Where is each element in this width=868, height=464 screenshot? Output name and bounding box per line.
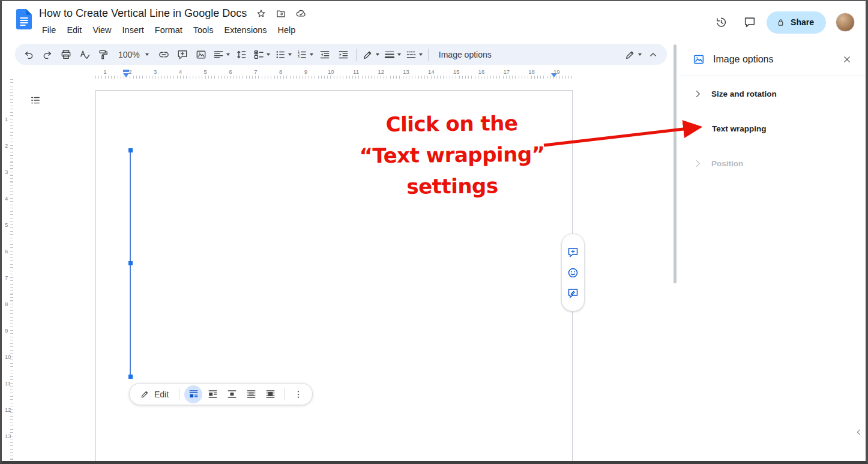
align-icon[interactable] [211, 46, 232, 63]
print-icon[interactable] [57, 46, 75, 63]
ruler-number: 7 [5, 274, 8, 281]
edit-label: Edit [154, 390, 169, 399]
menu-insert[interactable]: Insert [117, 23, 149, 37]
checklist-icon[interactable] [251, 46, 272, 63]
ruler-number: 5 [204, 68, 207, 75]
annotation-line-1: Click on the [334, 107, 568, 140]
ruler-number: 10 [5, 354, 11, 360]
line-spacing-icon[interactable] [232, 46, 250, 63]
cloud-saved-icon[interactable] [295, 8, 307, 19]
border-weight-icon[interactable] [382, 46, 403, 63]
selection-handle-bottom[interactable] [128, 375, 133, 379]
document-title[interactable]: How to Create Vertical Line in Google Do… [39, 7, 247, 20]
decrease-indent-icon[interactable] [316, 46, 334, 63]
image-options-button[interactable]: Image options [432, 46, 498, 63]
zoom-select[interactable]: 100% [113, 46, 154, 63]
menu-file[interactable]: File [37, 23, 61, 37]
menu-format[interactable]: Format [149, 23, 188, 37]
menu-extensions[interactable]: Extensions [219, 23, 273, 37]
annotation-line-3: settings [335, 169, 569, 202]
horizontal-ruler[interactable]: 12345678910111213141516171819 [95, 68, 573, 80]
insert-link-icon[interactable] [155, 46, 173, 63]
editing-mode-icon[interactable] [622, 46, 643, 63]
redo-icon[interactable] [38, 46, 56, 63]
edit-image-button[interactable]: Edit [134, 389, 174, 399]
add-comment-icon[interactable] [567, 246, 579, 259]
insert-image-icon[interactable] [192, 46, 210, 63]
add-comment-icon[interactable] [173, 46, 191, 63]
menu-edit[interactable]: Edit [61, 23, 87, 37]
panel-header: Image options [679, 43, 866, 76]
panel-section-text-wrapping[interactable]: Text wrapping [679, 111, 866, 146]
selection-handle-middle[interactable] [128, 261, 133, 265]
close-icon[interactable] [842, 54, 852, 65]
svg-text:3: 3 [298, 55, 300, 59]
ruler-number: 4 [179, 68, 182, 75]
version-history-icon[interactable] [709, 10, 733, 34]
ruler-number: 3 [5, 169, 8, 175]
document-scrollbar[interactable] [674, 44, 677, 283]
emoji-reaction-icon[interactable] [567, 267, 579, 279]
menu-tools[interactable]: Tools [188, 23, 219, 37]
behind-text-icon[interactable] [242, 385, 260, 403]
panel-section-label: Position [711, 159, 743, 168]
vertical-ruler[interactable]: 12345678910111213 [3, 79, 14, 461]
increase-indent-icon[interactable] [334, 46, 352, 63]
annotation-text: Click on the “Text wrapping” settings [334, 107, 569, 202]
ruler-number: 11 [353, 68, 359, 75]
ruler-number: 8 [5, 301, 8, 307]
in-front-of-text-icon[interactable] [261, 385, 279, 403]
ruler-number: 6 [5, 248, 8, 255]
selection-handle-top[interactable] [128, 148, 133, 152]
star-icon[interactable] [256, 8, 267, 19]
undo-icon[interactable] [20, 46, 38, 63]
border-dash-icon[interactable] [403, 46, 424, 63]
suggest-edits-icon[interactable] [567, 287, 579, 300]
break-text-icon[interactable] [223, 385, 241, 403]
hide-menus-icon[interactable] [644, 46, 662, 63]
wrap-text-icon[interactable] [203, 385, 222, 403]
top-bar: How to Create Vertical Line in Google Do… [2, 1, 866, 43]
avatar[interactable] [836, 13, 855, 32]
divider [179, 388, 179, 400]
ruler-number: 18 [528, 68, 535, 75]
ruler-number: 13 [5, 433, 11, 439]
ruler-number: 5 [5, 221, 8, 228]
more-options-kebab-icon[interactable] [289, 385, 307, 403]
comments-icon[interactable] [738, 10, 762, 34]
panel-section-position: Position [679, 146, 866, 181]
collapse-panel-icon[interactable] [854, 421, 864, 443]
paint-format-icon[interactable] [94, 46, 112, 63]
ruler-number: 12 [5, 406, 11, 413]
menu-view[interactable]: View [87, 23, 116, 37]
ruler-number: 9 [304, 68, 307, 75]
share-label: Share [791, 17, 814, 27]
panel-section-label: Text wrapping [712, 124, 767, 133]
ruler-number: 9 [5, 327, 8, 334]
image-edit-toolbar: Edit [129, 383, 313, 405]
wrap-inline-icon[interactable] [184, 385, 202, 403]
google-docs-logo-icon[interactable] [16, 9, 32, 32]
menu-bar: FileEditViewInsertFormatToolsExtensionsH… [37, 23, 301, 37]
document-outline-icon[interactable] [27, 92, 44, 109]
ruler-number: 19 [553, 68, 560, 75]
bulleted-list-icon[interactable] [273, 46, 294, 63]
ruler-number: 7 [254, 68, 257, 75]
image-options-panel: Image options Size and rotationText wrap… [679, 43, 866, 461]
border-color-icon[interactable] [360, 46, 381, 63]
spellcheck-icon[interactable] [76, 46, 94, 63]
move-folder-icon[interactable] [276, 8, 286, 19]
toolbar: 100%123Image options [15, 44, 667, 65]
annotation-line-2: “Text wrapping” [335, 138, 569, 171]
ruler-number: 3 [154, 68, 157, 75]
ruler-number: 14 [428, 68, 435, 75]
ruler-number: 1 [103, 68, 106, 75]
share-button[interactable]: Share [767, 11, 826, 34]
ruler-number: 12 [378, 68, 385, 75]
ruler-number: 11 [5, 380, 11, 387]
menu-help[interactable]: Help [273, 23, 301, 37]
toolbar-divider [356, 49, 357, 61]
panel-section-size-and-rotation[interactable]: Size and rotation [679, 76, 866, 111]
ruler-number: 6 [229, 68, 232, 75]
numbered-list-icon[interactable]: 123 [294, 46, 315, 63]
